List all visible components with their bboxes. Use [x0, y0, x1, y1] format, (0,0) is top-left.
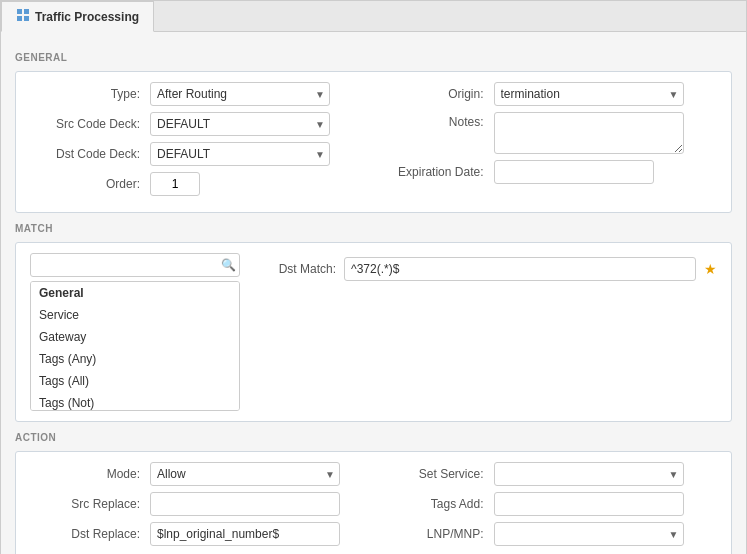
- src-replace-input[interactable]: [150, 492, 340, 516]
- search-button[interactable]: 🔍: [221, 258, 236, 272]
- match-section: 🔍 General Service Gateway Tags (Any) Tag…: [15, 242, 732, 422]
- type-select-wrap: After Routing ▼: [150, 82, 330, 106]
- dst-replace-row: Dst Replace:: [30, 522, 364, 546]
- lnp-mnp-select-wrap: ▼: [494, 522, 684, 546]
- star-icon[interactable]: ★: [704, 261, 717, 277]
- type-select[interactable]: After Routing: [150, 82, 330, 106]
- tags-add-row: Tags Add:: [384, 492, 718, 516]
- expiration-label: Expiration Date:: [384, 165, 484, 179]
- origin-row: Origin: termination ▼: [384, 82, 718, 106]
- match-layout: 🔍 General Service Gateway Tags (Any) Tag…: [30, 253, 717, 411]
- search-input[interactable]: [30, 253, 240, 277]
- src-replace-label: Src Replace:: [30, 497, 140, 511]
- content-area: GENERAL Type: After Routing ▼: [1, 32, 746, 554]
- notes-row: Notes:: [384, 112, 718, 154]
- list-item[interactable]: Tags (All): [31, 370, 239, 392]
- list-item[interactable]: Tags (Not): [31, 392, 239, 411]
- set-service-select[interactable]: [494, 462, 684, 486]
- dst-code-deck-label: Dst Code Deck:: [30, 147, 140, 161]
- mode-label: Mode:: [30, 467, 140, 481]
- type-row: Type: After Routing ▼: [30, 82, 364, 106]
- svg-rect-0: [17, 9, 22, 14]
- tab-bar: Traffic Processing: [1, 1, 746, 32]
- general-grid: Type: After Routing ▼ Src Code Deck:: [30, 82, 717, 202]
- list-item[interactable]: General: [31, 282, 239, 304]
- origin-label: Origin:: [384, 87, 484, 101]
- action-section-label: ACTION: [15, 432, 732, 443]
- order-row: Order:: [30, 172, 364, 196]
- src-code-deck-select-wrap: DEFAULT ▼: [150, 112, 330, 136]
- lnp-mnp-select[interactable]: [494, 522, 684, 546]
- src-code-deck-row: Src Code Deck: DEFAULT ▼: [30, 112, 364, 136]
- tab-label: Traffic Processing: [35, 10, 139, 24]
- general-right: Origin: termination ▼ Notes: Expi: [384, 82, 718, 202]
- set-service-select-wrap: ▼: [494, 462, 684, 486]
- match-section-label: MATCH: [15, 223, 732, 234]
- action-section: Mode: Allow Deny Redirect ▼ Src Replace:: [15, 451, 732, 554]
- mode-row: Mode: Allow Deny Redirect ▼: [30, 462, 364, 486]
- match-list-col: 🔍 General Service Gateway Tags (Any) Tag…: [30, 253, 240, 411]
- src-code-deck-label: Src Code Deck:: [30, 117, 140, 131]
- set-service-label: Set Service:: [384, 467, 484, 481]
- action-right: Set Service: ▼ Tags Add: LNP/MNP: [384, 462, 718, 552]
- mode-select-wrap: Allow Deny Redirect ▼: [150, 462, 340, 486]
- origin-select-wrap: termination ▼: [494, 82, 684, 106]
- src-code-deck-select[interactable]: DEFAULT: [150, 112, 330, 136]
- tab-traffic-processing[interactable]: Traffic Processing: [1, 1, 154, 32]
- main-window: Traffic Processing GENERAL Type: After R…: [0, 0, 747, 554]
- notes-label: Notes:: [384, 112, 484, 129]
- svg-rect-3: [24, 16, 29, 21]
- lnp-mnp-label: LNP/MNP:: [384, 527, 484, 541]
- expiration-input[interactable]: [494, 160, 654, 184]
- action-grid: Mode: Allow Deny Redirect ▼ Src Replace:: [30, 462, 717, 552]
- general-left: Type: After Routing ▼ Src Code Deck:: [30, 82, 364, 202]
- lnp-mnp-row: LNP/MNP: ▼: [384, 522, 718, 546]
- mode-select[interactable]: Allow Deny Redirect: [150, 462, 340, 486]
- search-icon: 🔍: [221, 258, 236, 272]
- tags-add-label: Tags Add:: [384, 497, 484, 511]
- list-item[interactable]: Service: [31, 304, 239, 326]
- dst-match-label: Dst Match:: [256, 262, 336, 276]
- dst-match-input[interactable]: [344, 257, 696, 281]
- dst-code-deck-select[interactable]: DEFAULT: [150, 142, 330, 166]
- grid-icon: [16, 8, 30, 25]
- svg-rect-2: [17, 16, 22, 21]
- origin-select[interactable]: termination: [494, 82, 684, 106]
- search-wrap: 🔍: [30, 253, 240, 277]
- match-list: General Service Gateway Tags (Any) Tags …: [30, 281, 240, 411]
- action-left: Mode: Allow Deny Redirect ▼ Src Replace:: [30, 462, 364, 552]
- general-section-label: GENERAL: [15, 52, 732, 63]
- dst-replace-input[interactable]: [150, 522, 340, 546]
- tags-add-input[interactable]: [494, 492, 684, 516]
- dst-match-row: Dst Match: ★: [256, 257, 717, 281]
- dst-code-deck-select-wrap: DEFAULT ▼: [150, 142, 330, 166]
- list-item[interactable]: Gateway: [31, 326, 239, 348]
- src-replace-row: Src Replace:: [30, 492, 364, 516]
- notes-textarea[interactable]: [494, 112, 684, 154]
- dst-code-deck-row: Dst Code Deck: DEFAULT ▼: [30, 142, 364, 166]
- svg-rect-1: [24, 9, 29, 14]
- match-right-col: Dst Match: ★: [256, 253, 717, 281]
- general-section: Type: After Routing ▼ Src Code Deck:: [15, 71, 732, 213]
- list-item[interactable]: Tags (Any): [31, 348, 239, 370]
- dst-replace-label: Dst Replace:: [30, 527, 140, 541]
- set-service-row: Set Service: ▼: [384, 462, 718, 486]
- expiration-row: Expiration Date:: [384, 160, 718, 184]
- type-label: Type:: [30, 87, 140, 101]
- order-label: Order:: [30, 177, 140, 191]
- order-input[interactable]: [150, 172, 200, 196]
